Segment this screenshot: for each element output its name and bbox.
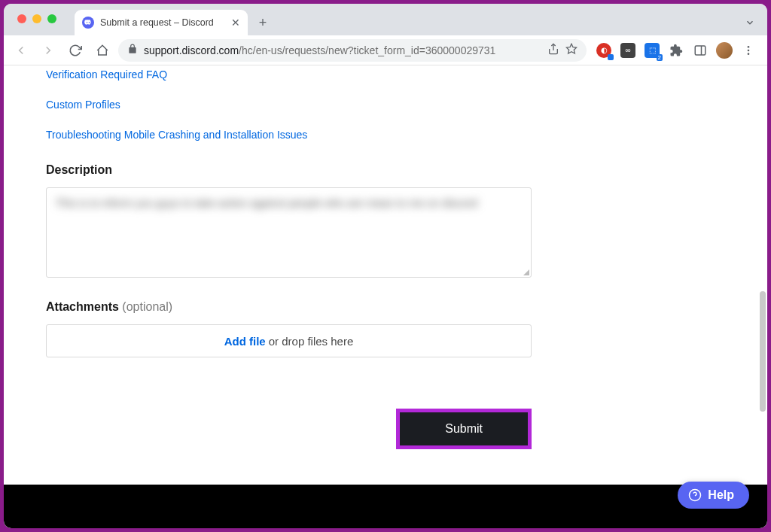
- url-text: support.discord.com/hc/en-us/requests/ne…: [144, 44, 495, 56]
- browser-tab-bar: Submit a request – Discord ✕ +: [4, 4, 767, 35]
- side-panel-icon[interactable]: [692, 42, 709, 59]
- extensions-menu-icon[interactable]: [668, 42, 684, 59]
- maximize-window-button[interactable]: [47, 14, 56, 23]
- forward-button[interactable]: [37, 39, 59, 62]
- description-label: Description: [46, 163, 534, 177]
- submit-highlight: Submit: [396, 409, 532, 449]
- share-icon[interactable]: [547, 43, 559, 57]
- new-tab-button[interactable]: +: [252, 12, 273, 33]
- help-widget-label: Help: [708, 488, 734, 502]
- close-tab-icon[interactable]: ✕: [231, 17, 240, 28]
- drop-files-text: or drop files here: [269, 335, 354, 348]
- lock-icon: [127, 44, 138, 56]
- svg-point-6: [748, 53, 750, 55]
- home-button[interactable]: [91, 39, 114, 62]
- page-content: Verification Required FAQ Custom Profile…: [4, 65, 767, 528]
- reload-button[interactable]: [64, 39, 87, 62]
- svg-rect-2: [695, 46, 705, 55]
- profile-avatar[interactable]: [716, 42, 733, 59]
- extension-icon[interactable]: ∞: [620, 42, 636, 59]
- menu-icon[interactable]: [740, 42, 757, 59]
- add-file-link[interactable]: Add file: [224, 335, 266, 348]
- extension-icon[interactable]: ◐: [596, 42, 612, 59]
- help-article-link[interactable]: Verification Required FAQ: [46, 68, 534, 81]
- extension-icon[interactable]: ⬚2: [644, 42, 660, 59]
- help-article-link[interactable]: Troubleshooting Mobile Crashing and Inst…: [46, 129, 534, 141]
- description-textarea[interactable]: This is to inform you guys to take actio…: [46, 187, 532, 278]
- address-bar[interactable]: support.discord.com/hc/en-us/requests/ne…: [118, 39, 587, 62]
- scrollbar[interactable]: [757, 65, 767, 485]
- help-widget-button[interactable]: Help: [678, 482, 749, 509]
- toolbar-right-icons: ◐ ∞ ⬚2: [591, 42, 761, 59]
- tab-title: Submit a request – Discord: [100, 17, 214, 28]
- tabs-overflow-icon[interactable]: [745, 17, 755, 31]
- minimize-window-button[interactable]: [32, 14, 41, 23]
- description-value: This is to inform you guys to take actio…: [56, 196, 522, 212]
- browser-toolbar: support.discord.com/hc/en-us/requests/ne…: [4, 35, 767, 65]
- svg-marker-1: [566, 44, 576, 53]
- resize-handle-icon[interactable]: [523, 269, 529, 275]
- svg-point-4: [748, 46, 750, 48]
- back-button[interactable]: [10, 39, 32, 62]
- bookmark-icon[interactable]: [565, 43, 577, 57]
- help-icon: [688, 488, 702, 502]
- browser-tab[interactable]: Submit a request – Discord ✕: [75, 10, 248, 35]
- discord-favicon-icon: [82, 17, 94, 29]
- svg-point-5: [748, 49, 750, 51]
- attachments-label: Attachments (optional): [46, 300, 534, 314]
- window-controls: [17, 14, 56, 23]
- attachments-dropzone[interactable]: Add file or drop files here: [46, 324, 532, 357]
- scrollbar-thumb[interactable]: [760, 291, 766, 412]
- submit-button[interactable]: Submit: [400, 412, 528, 445]
- help-article-link[interactable]: Custom Profiles: [46, 99, 534, 111]
- page-footer: [4, 485, 767, 528]
- close-window-button[interactable]: [17, 14, 26, 23]
